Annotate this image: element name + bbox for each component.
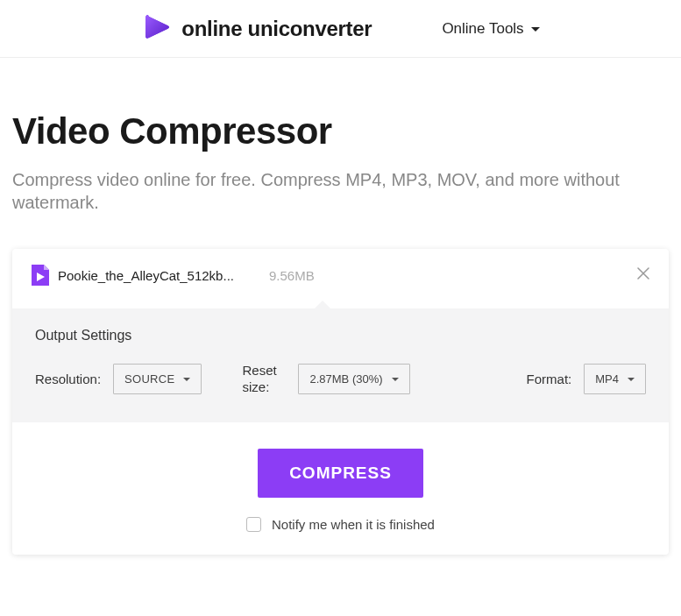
settings-row: Resolution: SOURCE Reset size: 2.87MB (3… [35,363,646,396]
format-dropdown[interactable]: MP4 [584,364,646,394]
file-size: 9.56MB [269,268,315,283]
action-area: COMPRESS Notify me when it is finished [12,422,669,555]
reset-size-dropdown[interactable]: 2.87MB (30%) [298,364,409,394]
remove-file-button[interactable] [637,267,649,283]
notify-row: Notify me when it is finished [12,517,669,532]
video-file-icon [32,265,49,286]
chevron-down-icon [628,378,635,381]
notify-label: Notify me when it is finished [272,517,435,532]
page-title: Video Compressor [12,110,681,152]
format-value: MP4 [595,372,619,386]
chevron-down-icon [531,27,540,32]
page-subtitle: Compress video online for free. Compress… [12,168,669,214]
output-settings-heading: Output Settings [35,328,646,343]
resolution-dropdown[interactable]: SOURCE [113,364,202,394]
format-label: Format: [527,372,572,386]
resolution-value: SOURCE [124,372,174,386]
nav-online-tools[interactable]: Online Tools [442,20,539,38]
notify-checkbox[interactable] [246,517,261,532]
nav-online-tools-label: Online Tools [442,20,523,38]
reset-size-value: 2.87MB (30%) [309,372,382,386]
brand-name: online uniconverter [181,17,372,41]
output-settings-panel: Output Settings Resolution: SOURCE Reset… [12,308,669,422]
file-row: Pookie_the_AlleyCat_512kb... 9.56MB [12,249,669,301]
file-name: Pookie_the_AlleyCat_512kb... [58,268,234,283]
chevron-down-icon [183,378,190,381]
compressor-card: Pookie_the_AlleyCat_512kb... 9.56MB Outp… [12,249,669,555]
chevron-down-icon [392,378,399,381]
pointer-notch [315,301,330,308]
brand[interactable]: online uniconverter [141,11,372,46]
reset-size-label: Reset size: [242,363,286,396]
brand-play-icon [141,11,173,46]
compress-button[interactable]: COMPRESS [258,449,423,498]
app-header: online uniconverter Online Tools [0,0,681,58]
resolution-label: Resolution: [35,372,101,386]
close-icon [637,267,649,280]
